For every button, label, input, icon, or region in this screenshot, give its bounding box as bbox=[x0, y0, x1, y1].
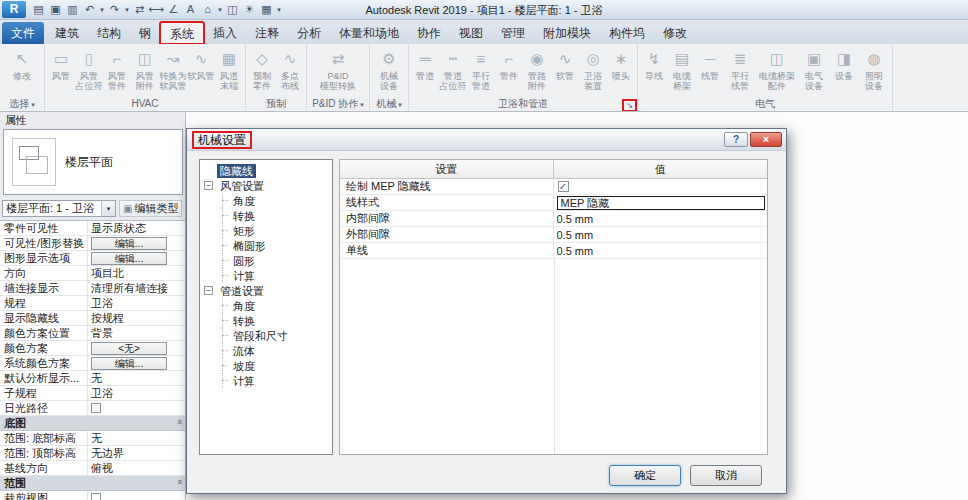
property-edit-button[interactable]: <无> bbox=[91, 342, 167, 355]
ribbon-tool[interactable]: ↯导线 bbox=[640, 47, 668, 81]
tree-item[interactable]: 转换 bbox=[203, 208, 332, 223]
ribbon-tab[interactable]: 建筑 bbox=[46, 22, 88, 44]
help-button[interactable]: ? bbox=[724, 132, 748, 147]
setting-value[interactable]: 0.5 mm bbox=[554, 227, 768, 242]
panel-label[interactable]: HVAC bbox=[45, 97, 245, 111]
property-checkbox[interactable] bbox=[91, 493, 101, 500]
property-edit-button[interactable]: 编辑... bbox=[91, 357, 167, 370]
ribbon-tab[interactable]: 分析 bbox=[288, 22, 330, 44]
ribbon-tool[interactable]: ◨设备 bbox=[830, 47, 858, 81]
panel-label[interactable]: 电气 bbox=[638, 97, 892, 111]
dialog-title-bar[interactable]: 机械设置 ? × bbox=[187, 129, 786, 151]
tree-item[interactable]: 椭圆形 bbox=[203, 238, 332, 253]
property-value[interactable]: 显示原状态 bbox=[88, 221, 186, 235]
undo-icon[interactable]: ↶ bbox=[81, 1, 98, 18]
ribbon-tool[interactable]: ◫电缆桥架 配件 bbox=[756, 47, 798, 91]
property-value[interactable]: 卫浴 bbox=[88, 386, 186, 400]
tree-item[interactable]: 角度 bbox=[203, 193, 332, 208]
ribbon-tool[interactable]: ▤电缆 桥架 bbox=[668, 47, 696, 91]
ribbon-tab[interactable]: 钢 bbox=[130, 22, 160, 44]
edit-type-button[interactable]: ▣ 编辑类型 bbox=[119, 200, 182, 217]
chevron-down-icon[interactable]: ▾ bbox=[123, 6, 131, 14]
chevron-down-icon[interactable]: ▾ bbox=[98, 6, 106, 14]
ribbon-tab[interactable]: 附加模块 bbox=[534, 22, 600, 44]
ribbon-tool[interactable]: ◉管路 附件 bbox=[523, 47, 551, 91]
tree-item[interactable]: 管段和尺寸 bbox=[203, 328, 332, 343]
ribbon-tab[interactable]: 协作 bbox=[408, 22, 450, 44]
aligned-dimension-icon[interactable]: ∠ bbox=[165, 1, 182, 18]
property-edit-button[interactable]: 编辑... bbox=[91, 237, 167, 250]
section-icon[interactable]: ◫ bbox=[224, 1, 241, 18]
setting-checkbox[interactable]: ✓ bbox=[558, 181, 569, 192]
ribbon-tab[interactable]: 修改 bbox=[654, 22, 696, 44]
app-menu-button[interactable]: R bbox=[2, 1, 26, 18]
sun-path-icon[interactable]: ☀ bbox=[241, 1, 258, 18]
ribbon-tool[interactable]: ═管道 bbox=[411, 47, 439, 81]
ribbon-tab[interactable]: 管理 bbox=[492, 22, 534, 44]
chevron-down-icon[interactable]: ▾ bbox=[216, 6, 224, 14]
property-value[interactable]: 项目北 bbox=[88, 266, 186, 280]
ribbon-tool[interactable]: ◎卫浴 装置 bbox=[579, 47, 607, 91]
ribbon-tab[interactable]: 体量和场地 bbox=[330, 22, 408, 44]
ribbon-tool[interactable]: ▦风道 末端 bbox=[215, 47, 243, 91]
ribbon-tool[interactable]: ⚙机械 设备 bbox=[372, 47, 406, 91]
print-icon[interactable]: ▥ bbox=[64, 1, 81, 18]
open-icon[interactable]: ▤ bbox=[30, 1, 47, 18]
tree-item[interactable]: 计算 bbox=[203, 373, 332, 388]
ribbon-tab[interactable]: 视图 bbox=[450, 22, 492, 44]
property-value[interactable]: 清理所有墙连接 bbox=[88, 281, 186, 295]
property-value[interactable]: 按规程 bbox=[88, 311, 186, 325]
ribbon-tool[interactable]: ↝转换为 软风管 bbox=[159, 47, 187, 91]
ribbon-tool[interactable]: ⌐风管 管件 bbox=[103, 47, 131, 91]
tree-item[interactable]: 转换 bbox=[203, 313, 332, 328]
tree-item[interactable]: 流体 bbox=[203, 343, 332, 358]
ribbon-tool[interactable]: ◍照明 设备 bbox=[858, 47, 890, 91]
ribbon-tab[interactable]: 结构 bbox=[88, 22, 130, 44]
chevron-down-icon[interactable]: ▾ bbox=[101, 201, 115, 216]
collapse-icon[interactable]: − bbox=[204, 286, 213, 295]
property-value[interactable]: 背景 bbox=[88, 326, 186, 340]
tree-item[interactable]: −管道设置 bbox=[203, 283, 332, 298]
ribbon-tool[interactable]: ∿软管 bbox=[551, 47, 579, 81]
ribbon-tool[interactable]: ⌐管件 bbox=[495, 47, 523, 81]
panel-label[interactable]: 卫浴和管道↘ bbox=[409, 97, 637, 111]
ribbon-tool[interactable]: ◇预制 零件 bbox=[248, 47, 276, 91]
property-value[interactable]: 俯视 bbox=[88, 461, 186, 475]
ribbon-tool[interactable]: ▣电气 设备 bbox=[798, 47, 830, 91]
tree-item[interactable]: 隐藏线 bbox=[203, 163, 332, 178]
close-icon[interactable]: × bbox=[750, 132, 782, 147]
chevron-down-icon[interactable]: ▾ bbox=[275, 6, 283, 14]
text-icon[interactable]: A bbox=[182, 1, 199, 18]
view-selector-dropdown[interactable]: 楼层平面: 1 - 卫浴 ▾ bbox=[2, 200, 116, 217]
property-value[interactable]: 无 bbox=[88, 371, 186, 385]
panel-label[interactable]: P&ID 协作▾ bbox=[307, 97, 369, 111]
ok-button[interactable]: 确定 bbox=[609, 465, 681, 486]
measure-icon[interactable]: ⟷ bbox=[148, 1, 165, 18]
save-icon[interactable]: ▣ bbox=[47, 1, 64, 18]
ribbon-tool[interactable]: ┅管道 占位符 bbox=[439, 47, 467, 91]
ribbon-tool[interactable]: ≣平行 线管 bbox=[724, 47, 756, 91]
ribbon-tool[interactable]: ↖修改 bbox=[2, 47, 42, 81]
tree-item[interactable]: 坡度 bbox=[203, 358, 332, 373]
collapse-icon[interactable]: − bbox=[204, 181, 213, 190]
tree-item[interactable]: 矩形 bbox=[203, 223, 332, 238]
tree-item[interactable]: −风管设置 bbox=[203, 178, 332, 193]
type-selector[interactable]: 楼层平面 bbox=[3, 129, 183, 195]
ribbon-tool[interactable]: ▭风管 bbox=[47, 47, 75, 81]
ribbon-tab[interactable]: 注释 bbox=[246, 22, 288, 44]
ribbon-tool[interactable]: ◫风管 附件 bbox=[131, 47, 159, 91]
ribbon-tab[interactable]: 构件坞 bbox=[600, 22, 654, 44]
ribbon-tab[interactable]: 系统 bbox=[160, 22, 204, 44]
panel-label[interactable]: 预制 bbox=[246, 97, 306, 111]
panel-label[interactable]: 选择▾ bbox=[0, 97, 44, 111]
ribbon-tool[interactable]: ≡平行 管道 bbox=[467, 47, 495, 91]
ribbon-tool[interactable]: ∗喷头 bbox=[607, 47, 635, 81]
property-section-header[interactable]: 范围« bbox=[0, 476, 186, 491]
property-edit-button[interactable]: 编辑... bbox=[91, 252, 167, 265]
tree-item[interactable]: 圆形 bbox=[203, 253, 332, 268]
setting-value[interactable]: 0.5 mm bbox=[554, 211, 768, 226]
tree-item[interactable]: 角度 bbox=[203, 298, 332, 313]
ribbon-tool[interactable]: ∿多点 布线 bbox=[276, 47, 304, 91]
panel-label[interactable]: 机械▾ bbox=[370, 97, 408, 111]
property-value[interactable]: 无边界 bbox=[88, 446, 186, 460]
